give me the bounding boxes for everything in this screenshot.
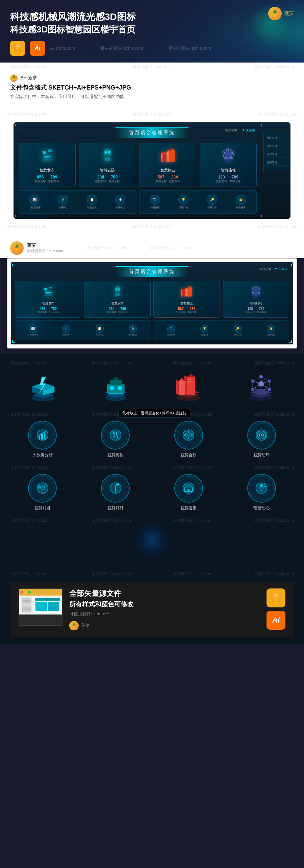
circle2-huiyi: 📋 <box>96 324 104 333</box>
circ-label-xungeng: 智慧巡更 <box>156 505 221 511</box>
circle2-canyin: 🍴 <box>62 324 70 333</box>
card2-label-nenghao-1: 数据名称 <box>246 311 255 314</box>
circ-bg-xungeng <box>174 474 203 503</box>
thumb-layer-6 <box>22 608 31 610</box>
svg-point-51 <box>118 288 120 290</box>
first-dashboard-wrapper: 素材能量站 scnlz.com 素材能量站 scnlz.com 素材能量站 sc… <box>0 106 304 235</box>
file-format-desc: 在实际项目中，本套设计应用最广，可以适配到不同的功能 <box>10 94 294 100</box>
iso-icons-row <box>10 371 294 405</box>
circle2-dashuju: 📊 <box>29 324 37 333</box>
label2-yingbin: 智慧迎宾 <box>256 333 287 336</box>
icon-label-menjin: 智能门禁 <box>199 206 225 209</box>
icon2-anfang: 🛡 智慧安防 <box>155 322 187 338</box>
label-fabu-1: 数据名称 <box>35 179 46 183</box>
circ-inner-yujing <box>250 476 274 500</box>
card2-label-wuye-1: 数据名称 <box>176 311 186 314</box>
card-zhihui-wuye: 智慧物业 567 数据名称 234 数据名称 <box>140 143 197 187</box>
card-title-wuye: 智慧物业 <box>143 168 194 173</box>
thumb-canvas-1 <box>35 598 60 601</box>
corner-tl-2 <box>12 264 15 266</box>
card2-fabu: 智慧发布 456数据名称 789数据名称 <box>15 281 81 318</box>
circ-inner-donghuan <box>250 423 274 447</box>
svg-rect-46 <box>45 292 51 293</box>
dot-red <box>21 591 23 594</box>
by-avatar: 🍍 <box>10 74 18 82</box>
svg-rect-103 <box>181 382 182 383</box>
card2-wuye: 智慧物业 567数据名称 234数据名称 <box>153 281 220 318</box>
circ-inner-canyin <box>103 423 127 447</box>
icons-section: 素材能量站 scnlz.com 素材能量站 scnlz.com 素材能量站 sc… <box>0 354 304 564</box>
svg-point-13 <box>105 151 107 153</box>
circ-label-duijang: 智慧对讲 <box>10 505 75 511</box>
thumb-card-1 <box>35 602 47 611</box>
iso-icon-wuye <box>155 371 221 405</box>
promo-title-2: 所有样式和颜色可修改 <box>69 600 260 609</box>
svg-rect-25 <box>161 154 162 155</box>
circle2-guanli: ⚙ <box>129 324 137 333</box>
promo-text: 全部矢量源文件 所有样式和颜色可修改 可使用软件sketch+AI 🍍 菠萝 <box>69 588 260 630</box>
num-nenghao-2: 789 <box>230 175 240 179</box>
author-wm: 素材能量站 scnlz.com <box>27 248 63 254</box>
svg-rect-9 <box>44 159 49 159</box>
card-title-nenghao: 智慧能耗 <box>203 168 254 173</box>
author-name-header: 菠萝 <box>284 10 294 17</box>
svg-rect-15 <box>105 154 109 156</box>
corner-br-2 <box>289 340 292 343</box>
cards-grid-1: 智慧发布 456 数据名称 789 数据名称 <box>19 143 257 187</box>
circle2-dengguang: 💡 <box>200 324 208 333</box>
card2-title-wuye: 智慧物业 <box>156 301 217 306</box>
circ-label-denggan: 智慧灯杆 <box>83 505 148 511</box>
dashboard-preview-2-wrapper: 首页后台管理系统 平台总览 ▼ 主菜单 智慧发布 456数据名称 789数 <box>7 258 297 348</box>
label2-guanli: 管理会议 <box>118 333 149 336</box>
icon-circle-yingbin: 👋 <box>236 195 246 205</box>
dashboard-header-2: 首页后台管理系统 平台总览 ▼ 主菜单 <box>15 266 289 277</box>
icon2-guanli: ⚙ 管理会议 <box>117 322 149 338</box>
hover-tooltip: 鼠标放上：透明度变化+外环360度旋转 <box>119 409 190 417</box>
svg-point-63 <box>255 287 256 288</box>
icon2-menjin: 🔑 智能门禁 <box>222 322 254 338</box>
card-nums-fabu: 456 数据名称 789 数据名称 <box>22 175 73 183</box>
circle2-menjin: 🔑 <box>234 324 242 333</box>
card2-nums-fabu: 456数据名称 789数据名称 <box>18 307 78 314</box>
svg-rect-26 <box>161 156 162 157</box>
bottom-icon-rows-2: 📊 大数据管理 🍴 智慧餐饮 📋 智慧会议 ⚙ 管理会议 🛡 <box>15 320 289 340</box>
svg-rect-87 <box>109 380 122 385</box>
circ-label-canyin: 智慧餐饮 <box>83 452 148 458</box>
svg-line-120 <box>261 377 270 381</box>
right-item-1: 系统管理 <box>265 135 289 141</box>
iso-icon-fabu <box>10 371 76 405</box>
header-watermark-1: 站 scnlz.com <box>50 45 75 51</box>
circ-inner-duijang <box>30 476 54 500</box>
circ-bg-canyin <box>101 421 130 450</box>
card2-label-anfang-2: 数据名称 <box>119 311 128 314</box>
card-zhihui-fabu: 智慧发布 456 数据名称 789 数据名称 <box>19 143 76 187</box>
card2-num-fabu-2: 789 <box>49 307 59 311</box>
icon-menjin: 🔑 智能门禁 <box>199 193 226 211</box>
glow-decoration <box>10 530 294 551</box>
circ-label-donghuan: 智慧动环 <box>229 452 294 458</box>
svg-rect-43 <box>44 287 47 291</box>
svg-marker-2 <box>14 47 22 52</box>
card2-anfang: 智慧安防 234数据名称 789数据名称 <box>84 281 151 318</box>
icon-circle-huiyi: 📋 <box>87 195 97 205</box>
icon-label-dashuju: 大数据管理 <box>22 206 48 209</box>
svg-line-119 <box>253 377 261 381</box>
svg-point-50 <box>115 288 117 290</box>
circ-icon-denggan: 智慧灯杆 <box>83 474 148 511</box>
svg-rect-7 <box>44 155 50 156</box>
circ-label-dashuju: 大数据分析 <box>10 452 75 458</box>
corner-tr-2 <box>289 264 292 266</box>
svg-point-64 <box>258 289 259 290</box>
icon-row2-1: 📊 大数据管理 🍴 智慧餐饮 📋 智慧会议 ⚙ 管理会议 <box>15 320 151 340</box>
dashboard-preview-1: ··· 首页后台管理系统 平台总览 ▼ 主菜单 系统管理 设备管理 用户管理 告… <box>14 122 290 219</box>
label2-canyin: 智慧餐饮 <box>51 333 82 336</box>
thumb-layer-4 <box>22 604 31 606</box>
promo-thumbnail <box>19 588 62 626</box>
label2-anfang: 智慧安防 <box>156 333 187 336</box>
wm-row-3: 素材能量站 scnlz.com 素材能量站 scnlz.com 素材能量站 sc… <box>10 465 294 471</box>
circ-icons-row-1: 大数据分析 智慧餐饮 <box>10 421 294 458</box>
iso-icon-nenghao <box>228 371 294 405</box>
dashboard-preview-2: 首页后台管理系统 平台总览 ▼ 主菜单 智慧发布 456数据名称 789数 <box>11 262 293 344</box>
thumb-layer-2 <box>22 600 31 602</box>
nav2-item-1: 平台总览 <box>259 267 271 271</box>
